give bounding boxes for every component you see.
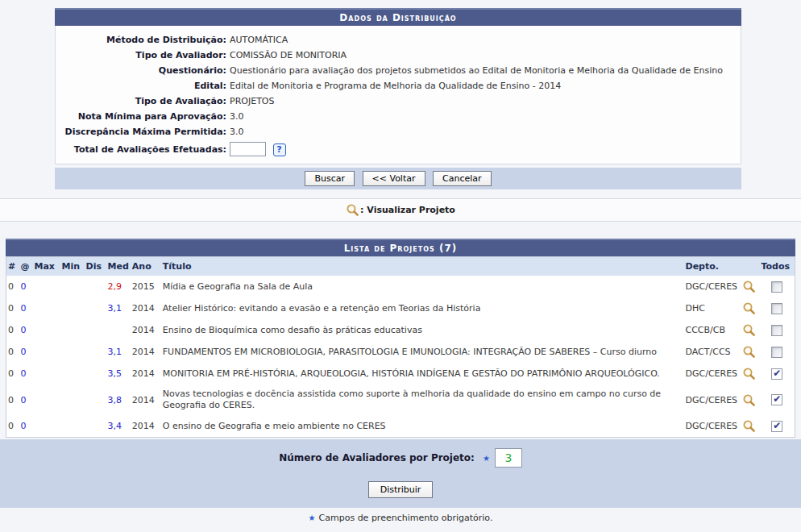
project-dis [85,384,106,415]
cancelar-button[interactable]: Cancelar [433,171,492,186]
project-min [60,276,85,297]
view-project-icon[interactable] [742,367,756,380]
project-ano: 2014 [131,384,161,415]
field-row: Discrepância Máxima Permitida: 3.0 [56,124,741,139]
col-med: Med [106,257,131,276]
project-min [60,341,85,363]
col-todos-select-all[interactable]: Todos [760,257,795,276]
project-min [60,319,85,341]
project-checkbox[interactable] [771,394,782,405]
buscar-button[interactable]: Buscar [305,171,355,186]
project-dis [85,363,106,384]
project-ano: 2014 [131,319,161,341]
project-depto: DGC/CERES [684,276,741,297]
magnifier-icon [346,203,359,217]
field-row: Tipo de Avaliador: COMISSÃO DE MONITORIA [56,48,741,63]
col-dis: Dis [85,257,106,276]
project-at-link[interactable]: 0 [21,368,27,379]
view-project-icon[interactable] [742,393,756,407]
table-row: 0 0 3,5 2014 MONITORIA EM PRÉ-HISTÓRIA, … [6,363,795,384]
project-titulo: Atelier Histórico: evitando a evasão e a… [161,297,684,319]
project-at-link[interactable]: 0 [21,395,27,405]
project-ano: 2014 [131,341,161,363]
project-num: 0 [6,297,19,319]
project-at-link[interactable]: 0 [21,281,27,292]
voltar-button[interactable]: << Voltar [363,171,425,186]
table-row: 0 0 3,8 2014 Novas tecnologias e docênci… [6,384,795,415]
project-max [33,384,60,415]
col-at: @ [19,257,33,276]
view-project-icon[interactable] [742,323,756,337]
project-depto: CCCB/CB [684,319,741,341]
project-med: 3,4 [106,415,131,438]
project-med [106,319,131,341]
project-max [33,415,60,438]
project-at-link[interactable]: 0 [21,303,27,314]
view-project-icon[interactable] [742,301,756,315]
project-ano: 2014 [131,363,161,384]
project-checkbox[interactable] [771,303,782,314]
project-depto: DHC [684,297,741,319]
project-titulo: MONITORIA EM PRÉ-HISTÓRIA, ARQUEOLOGIA, … [161,363,684,384]
project-max [33,319,60,341]
project-min [60,363,85,384]
project-min [60,384,85,415]
distribuir-button[interactable]: Distribuir [368,481,434,498]
field-value: ? [230,142,741,156]
total-avaliacoes-input[interactable] [230,142,266,156]
field-label: Total de Avaliações Efetuadas: [56,144,230,155]
col-max: Max [33,257,60,276]
field-value: AUTOMÁTICA [230,35,741,45]
field-value: Questionário para avaliação dos projetos… [230,65,741,76]
project-checkbox[interactable] [771,325,782,336]
project-at-link[interactable]: 0 [21,325,27,335]
project-num: 0 [6,363,19,384]
field-label: Questionário: [56,65,230,76]
field-row: Método de Distribuição: AUTOMÁTICA [56,32,741,48]
project-titulo: Ensino de Bioquímica como desafio às prá… [161,319,684,341]
project-dis [85,297,106,319]
view-project-icon[interactable] [742,419,756,433]
field-row: Total de Avaliações Efetuadas: ? [56,139,741,159]
required-note: ★Campos de preenchimento obrigatório. [0,513,801,523]
project-num: 0 [6,276,19,297]
view-project-icon[interactable] [742,345,756,359]
project-num: 0 [6,415,19,438]
projects-panel: Lista de Projetos (7) # @ Max Min Dis Me… [6,239,795,438]
legend-bar: : Visualizar Projeto [0,198,801,222]
project-ano: 2014 [131,415,161,438]
project-checkbox[interactable] [771,368,782,380]
project-dis [85,276,106,297]
project-at-link[interactable]: 0 [21,347,27,357]
field-label: Tipo de Avaliação: [56,96,230,106]
project-dis [85,415,106,438]
col-ano: Ano [131,257,161,276]
table-row: 0 0 2,9 2015 Mídia e Geografia na Sala d… [6,276,795,297]
project-max [33,341,60,363]
field-label: Método de Distribuição: [56,35,230,45]
project-checkbox[interactable] [771,421,782,432]
project-num: 0 [6,319,19,341]
project-min [60,415,85,438]
col-depto: Depto. [684,257,741,276]
project-at-link[interactable]: 0 [21,421,27,431]
distribution-panel-title: Dados da Distribuição [55,8,741,26]
project-max [33,276,60,297]
table-row: 0 0 3,4 2014 O ensino de Geografia e mei… [6,415,795,438]
project-checkbox[interactable] [771,347,782,358]
view-project-icon[interactable] [742,280,756,293]
table-row: 0 0 2014 Ensino de Bioquímica como desaf… [6,319,795,341]
col-num: # [6,257,19,276]
field-value: 3.0 [230,127,741,137]
col-min: Min [60,257,85,276]
help-icon[interactable]: ? [273,143,286,156]
project-titulo: Novas tecnologias e docência assistida c… [161,384,684,415]
field-value: PROJETOS [230,96,741,106]
avaliadores-input[interactable] [495,448,522,468]
field-label: Discrepância Máxima Permitida: [56,127,230,137]
field-row: Tipo de Avaliação: PROJETOS [56,94,741,109]
table-row: 0 0 3,1 2014 FUNDAMENTOS EM MICROBIOLOGI… [6,341,795,363]
project-checkbox[interactable] [771,281,782,293]
col-titulo: Título [161,257,684,276]
project-dis [85,319,106,341]
